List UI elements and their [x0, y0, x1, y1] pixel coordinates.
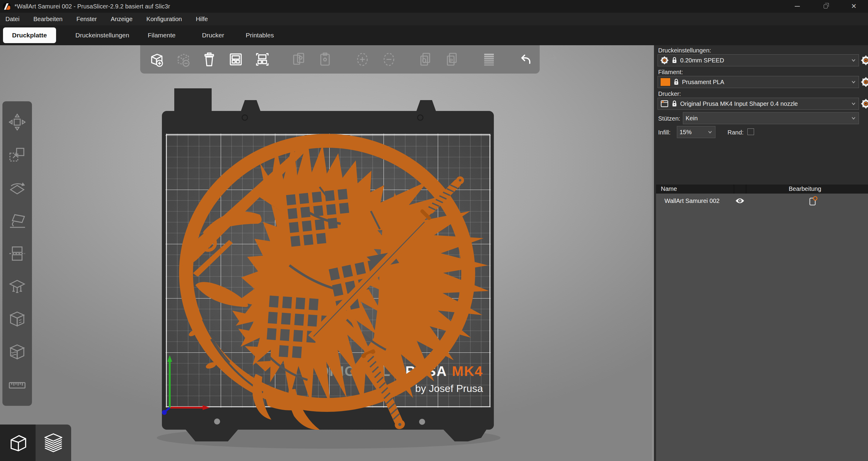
printer-icon — [660, 100, 669, 107]
menu-konfiguration[interactable]: Konfiguration — [147, 16, 182, 23]
visibility-eye-icon[interactable] — [735, 197, 745, 204]
brim-checkbox[interactable] — [747, 128, 754, 135]
paste-button[interactable] — [317, 51, 334, 67]
tab-drucker[interactable]: Drucker — [193, 27, 234, 43]
object-table-header: Name Bearbeitung — [656, 185, 868, 193]
remove-instance-button[interactable] — [381, 51, 397, 67]
infill-label: Infill: — [658, 129, 671, 136]
add-object-button[interactable] — [148, 51, 164, 67]
undo-button[interactable] — [518, 51, 534, 67]
gear-preset-icon — [660, 56, 669, 64]
restore-button[interactable] — [811, 0, 840, 13]
place-on-face-tool-button[interactable] — [7, 211, 27, 230]
rotate-tool-button[interactable] — [7, 178, 27, 197]
filament-label: Filament: — [658, 69, 683, 76]
seam-painting-tool-button[interactable] — [7, 310, 27, 329]
chevron-down-icon — [851, 101, 856, 106]
split-to-parts-button[interactable]: P — [444, 51, 460, 67]
restore-icon — [824, 4, 828, 8]
menu-bar: Datei Bearbeiten Fenster Anzeige Konfigu… — [0, 13, 868, 25]
add-instance-button[interactable] — [354, 51, 371, 67]
filament-gear-button[interactable] — [861, 77, 868, 87]
printer-gear-button[interactable] — [861, 99, 868, 109]
variable-layer-height-button[interactable] — [481, 51, 497, 67]
menu-anzeige[interactable]: Anzeige — [111, 16, 132, 23]
object-list[interactable]: WallArt Samurei 002 — [656, 193, 868, 461]
menu-hilfe[interactable]: Hilfe — [196, 16, 208, 23]
chevron-down-icon — [851, 79, 856, 85]
view-editor-3d-button[interactable] — [0, 425, 36, 461]
supports-label: Stützen: — [658, 115, 680, 122]
filament-dropdown[interactable]: Prusament PLA — [657, 76, 859, 88]
column-header-edit[interactable]: Bearbeitung — [789, 185, 821, 192]
svg-text:P: P — [449, 58, 453, 64]
bed-brand-byline: by Josef Prusa — [415, 382, 483, 394]
infill-dropdown[interactable]: 15% — [677, 126, 715, 138]
chevron-down-icon — [707, 129, 713, 135]
lock-icon — [674, 79, 679, 86]
minimize-icon — [795, 6, 800, 7]
chevron-down-icon — [851, 58, 856, 63]
view-mode-switch — [0, 425, 71, 461]
window-title: *WallArt Samurei 002 - PrusaSlicer-2.9.2… — [14, 3, 170, 10]
print-settings-gear-button[interactable] — [861, 55, 868, 65]
split-to-objects-button[interactable] — [417, 51, 434, 67]
column-header-name[interactable]: Name — [661, 185, 677, 192]
left-toolbar — [2, 101, 32, 406]
printer-dropdown[interactable]: Original Prusa MK4 Input Shaper 0.4 nozz… — [657, 98, 859, 110]
tab-printables[interactable]: Printables — [237, 27, 283, 43]
layers-stack-icon — [42, 431, 65, 454]
tab-druckeinstellungen[interactable]: Druckeinstellungen — [66, 27, 138, 43]
delete-all-button[interactable] — [201, 51, 217, 67]
arrange-button[interactable] — [228, 51, 244, 67]
prusaslicer-logo-icon — [3, 2, 11, 10]
settings-panel: Druckeinstellungen: 0.20mm SPEED — [652, 45, 868, 461]
filament-color-swatch — [660, 78, 671, 86]
3d-viewport[interactable]: ORIGINALPRUSAMK4 by Josef Prusa — [0, 45, 652, 461]
close-icon: ✕ — [851, 3, 857, 10]
supports-dropdown[interactable]: Kein — [683, 112, 859, 124]
object-row[interactable]: WallArt Samurei 002 — [656, 193, 868, 208]
redo-button[interactable] — [544, 51, 560, 67]
printer-value: Original Prusa MK4 Input Shaper 0.4 nozz… — [680, 100, 848, 107]
menu-bearbeiten[interactable]: Bearbeiten — [33, 16, 63, 23]
lock-icon — [672, 57, 677, 64]
bed-brand-mk4: MK4 — [452, 363, 483, 379]
menu-fenster[interactable]: Fenster — [76, 16, 97, 23]
tab-bar: Druckplatte Druckeinstellungen Filamente… — [0, 25, 868, 45]
print-settings-label: Druckeinstellungen: — [658, 47, 711, 54]
supports-value: Kein — [686, 115, 848, 122]
filament-value: Prusament PLA — [682, 79, 848, 86]
minimize-button[interactable] — [783, 0, 811, 13]
printer-label: Drucker: — [658, 90, 681, 97]
paint-supports-tool-button[interactable] — [7, 277, 27, 296]
title-bar: *WallArt Samurei 002 - PrusaSlicer-2.9.2… — [0, 0, 868, 13]
delete-object-button[interactable] — [175, 51, 191, 67]
chevron-down-icon — [851, 116, 856, 121]
tab-filamente[interactable]: Filamente — [139, 27, 185, 43]
measure-tool-button[interactable] — [7, 375, 27, 395]
arrange-selection-button[interactable] — [254, 51, 271, 67]
top-toolbar: P — [140, 45, 540, 73]
object-name[interactable]: WallArt Samurei 002 — [664, 197, 720, 205]
move-tool-button[interactable] — [7, 113, 27, 132]
menu-datei[interactable]: Datei — [5, 16, 20, 23]
lock-icon — [672, 100, 677, 107]
cut-tool-button[interactable] — [7, 244, 27, 263]
brim-label: Rand: — [727, 129, 743, 136]
tab-druckplatte[interactable]: Druckplatte — [3, 27, 56, 43]
close-button[interactable]: ✕ — [840, 0, 868, 13]
prusaslicer-window: *WallArt Samurei 002 - PrusaSlicer-2.9.2… — [0, 0, 868, 461]
infill-value: 15% — [680, 129, 704, 136]
edit-object-icon[interactable] — [809, 196, 818, 206]
scale-tool-button[interactable] — [7, 145, 27, 165]
copy-button[interactable] — [291, 51, 307, 67]
view-preview-layers-button[interactable] — [36, 425, 71, 461]
print-settings-dropdown[interactable]: 0.20mm SPEED — [657, 54, 859, 66]
multimaterial-painting-tool-button[interactable] — [7, 342, 27, 362]
print-settings-value: 0.20mm SPEED — [680, 57, 848, 64]
print-bed-scene: ORIGINALPRUSAMK4 by Josef Prusa — [0, 45, 652, 461]
cube-3d-icon — [6, 431, 29, 454]
